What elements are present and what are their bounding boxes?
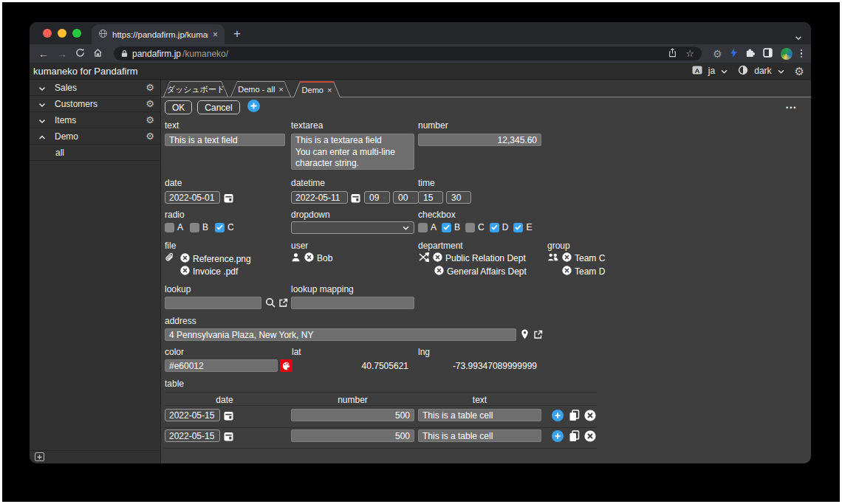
add-row-icon[interactable] <box>552 430 564 445</box>
close-window-button[interactable] <box>43 29 52 38</box>
sidebar-gear-icon[interactable]: ⚙ <box>146 131 154 141</box>
tab-search-chevron-icon[interactable] <box>795 30 802 44</box>
language-value[interactable]: ja <box>708 66 715 76</box>
file-name[interactable]: Invoice .pdf <box>193 266 238 277</box>
checkbox-option-e[interactable]: E <box>513 222 532 232</box>
sidebar-gear-icon[interactable]: ⚙ <box>146 115 154 125</box>
lightning-extension-icon[interactable] <box>730 47 737 61</box>
table-date-input[interactable] <box>165 409 220 421</box>
home-icon[interactable] <box>93 47 103 61</box>
map-pin-icon[interactable] <box>521 329 529 342</box>
remove-icon[interactable] <box>180 266 190 277</box>
language-chevron-down-icon[interactable] <box>721 66 728 76</box>
date-input[interactable] <box>165 191 220 204</box>
bookmark-star-icon[interactable]: ☆ <box>685 49 694 58</box>
zoom-window-button[interactable] <box>72 29 81 38</box>
remove-icon[interactable] <box>433 252 442 264</box>
table-date-input[interactable] <box>165 429 220 442</box>
tab-close-icon[interactable]: × <box>278 86 283 94</box>
calendar-icon[interactable] <box>224 193 233 206</box>
lookup-mapping-input[interactable] <box>291 297 414 309</box>
paperclip-icon[interactable] <box>165 252 174 265</box>
browser-menu-icon[interactable] <box>801 49 803 58</box>
extensions-puzzle-icon[interactable] <box>745 47 755 61</box>
profile-avatar[interactable] <box>781 48 793 60</box>
url-bar[interactable]: pandafirm.jp/kumaneko/ ☆ <box>114 46 702 61</box>
remove-icon[interactable] <box>304 252 314 264</box>
number-input[interactable] <box>418 134 541 146</box>
dropdown-select[interactable] <box>291 221 414 234</box>
side-panel-icon[interactable] <box>763 47 773 61</box>
external-link-icon[interactable] <box>278 297 288 311</box>
group-name[interactable]: Team C <box>575 253 605 263</box>
remove-icon[interactable] <box>180 253 190 265</box>
tab-close-icon[interactable]: × <box>213 30 218 39</box>
textarea-input[interactable]: This is a textarea field You can enter a… <box>291 134 414 170</box>
address-input[interactable] <box>165 328 516 341</box>
ok-button[interactable]: OK <box>165 100 192 114</box>
tab-demo[interactable]: Demo× <box>293 81 340 97</box>
more-options-button[interactable]: ••• <box>786 104 797 111</box>
add-row-icon[interactable] <box>552 410 564 424</box>
share-icon[interactable] <box>668 47 677 61</box>
color-input[interactable] <box>165 359 278 372</box>
sidebar-item-sales[interactable]: Sales ⚙ <box>30 80 160 96</box>
sidebar-item-demo[interactable]: Demo ⚙ <box>30 128 160 145</box>
checkbox-option-b[interactable]: B <box>442 222 460 232</box>
delete-row-icon[interactable] <box>584 410 596 424</box>
new-tab-button[interactable]: + <box>233 27 241 40</box>
sidebar-item-items[interactable]: Items ⚙ <box>30 112 160 128</box>
sidebar-gear-icon[interactable]: ⚙ <box>146 83 154 92</box>
text-input[interactable] <box>165 134 285 146</box>
table-number-input[interactable] <box>291 429 414 442</box>
app-settings-gear-icon[interactable]: ⚙ <box>795 66 804 77</box>
datetime-minute-select[interactable]: 00 <box>393 191 419 204</box>
checkbox-option-c[interactable]: C <box>465 222 485 232</box>
lock-icon[interactable] <box>121 47 128 61</box>
add-record-icon[interactable] <box>247 100 260 115</box>
back-icon[interactable]: ← <box>38 49 49 59</box>
duplicate-row-icon[interactable] <box>569 430 580 445</box>
calendar-icon[interactable] <box>224 431 233 444</box>
theme-chevron-down-icon[interactable] <box>778 66 784 76</box>
sidebar-item-all[interactable]: all <box>30 145 160 161</box>
calendar-icon[interactable] <box>351 193 360 206</box>
duplicate-row-icon[interactable] <box>569 410 580 424</box>
tab-dashboard[interactable]: ダッシュボード <box>163 81 228 97</box>
lookup-input[interactable] <box>165 297 261 309</box>
datetime-date-input[interactable] <box>291 191 348 204</box>
table-number-input[interactable] <box>291 409 414 421</box>
calendar-icon[interactable] <box>224 410 233 424</box>
tab-close-icon[interactable]: × <box>327 86 332 94</box>
remove-icon[interactable] <box>562 266 572 277</box>
checkbox-option-a[interactable]: A <box>418 222 437 232</box>
department-name[interactable]: General Affairs Dept <box>447 266 527 277</box>
translate-icon[interactable]: A <box>692 65 702 77</box>
datetime-hour-select[interactable]: 09 <box>364 191 390 204</box>
cancel-button[interactable]: Cancel <box>197 100 239 114</box>
external-link-icon[interactable] <box>533 329 543 342</box>
time-minute-select[interactable]: 30 <box>446 191 471 204</box>
browser-tab[interactable]: https://pandafirm.jp/kumaneko × <box>92 24 225 44</box>
time-hour-select[interactable]: 15 <box>418 191 443 204</box>
file-name[interactable]: Reference.png <box>193 254 251 264</box>
color-picker-button[interactable] <box>280 359 292 372</box>
tab-demo-all[interactable]: Demo - all× <box>230 81 291 97</box>
checkbox-option-d[interactable]: D <box>490 222 509 232</box>
department-name[interactable]: Public Relation Dept <box>445 253 526 263</box>
group-name[interactable]: Team D <box>575 266 605 277</box>
search-icon[interactable] <box>265 297 275 311</box>
sidebar-gear-icon[interactable]: ⚙ <box>146 99 154 108</box>
radio-option-c[interactable]: C <box>215 222 234 232</box>
contrast-theme-icon[interactable] <box>738 65 748 77</box>
user-name[interactable]: Bob <box>317 253 332 263</box>
theme-value[interactable]: dark <box>754 66 771 76</box>
add-app-icon[interactable] <box>35 452 44 461</box>
table-text-input[interactable] <box>418 429 541 442</box>
remove-icon[interactable] <box>562 252 572 264</box>
radio-option-a[interactable]: A <box>165 222 183 232</box>
delete-row-icon[interactable] <box>584 430 596 445</box>
radio-option-b[interactable]: B <box>190 222 208 232</box>
reload-icon[interactable] <box>75 47 85 61</box>
remove-icon[interactable] <box>434 266 444 277</box>
